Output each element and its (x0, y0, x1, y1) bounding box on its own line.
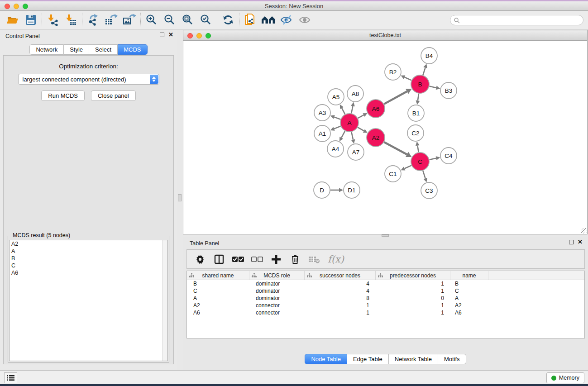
edge-A6-B[interactable] (384, 91, 407, 104)
table-row[interactable]: A6connector11A6 (187, 309, 584, 316)
edge-B-B2[interactable] (405, 77, 411, 80)
mcds-result-list[interactable]: A2ABCA6 (9, 240, 168, 361)
graph-node-B4[interactable]: B4 (421, 48, 437, 64)
edge-A-A2[interactable] (358, 127, 364, 131)
mcds-result-item[interactable]: C (10, 262, 167, 269)
first-neighbors-icon[interactable] (259, 12, 277, 28)
delete-table-icon[interactable] (306, 252, 323, 267)
tab-style[interactable]: Style (64, 44, 89, 55)
open-session-icon[interactable] (4, 12, 22, 28)
hide-details-icon[interactable] (277, 12, 296, 28)
edge-C-C1[interactable] (405, 166, 411, 169)
close-table-panel-icon[interactable]: ✕ (578, 240, 583, 244)
edge-A-A6[interactable] (358, 115, 364, 118)
close-panel-icon[interactable]: ✕ (168, 33, 173, 37)
list-scrollbar[interactable] (162, 240, 167, 361)
function-builder-icon[interactable]: f(x) (325, 252, 347, 267)
mcds-result-item[interactable]: A6 (10, 269, 167, 276)
search-box[interactable] (450, 15, 583, 25)
graph-node-B[interactable]: B (411, 75, 429, 93)
tab-mcds[interactable]: MCDS (118, 44, 147, 55)
float-table-panel-icon[interactable] (569, 240, 574, 244)
zoom-out-icon[interactable] (161, 12, 179, 28)
column-header-name[interactable]: name (450, 271, 488, 280)
edge-A2-C[interactable] (384, 142, 407, 154)
graph-node-C1[interactable]: C1 (385, 166, 401, 182)
tab-network-table[interactable]: Network Table (389, 354, 438, 364)
split-divider-handle-horizontal[interactable] (382, 234, 389, 237)
tab-edge-table[interactable]: Edge Table (347, 354, 389, 364)
tab-network[interactable]: Network (29, 44, 64, 55)
edge-A-A8[interactable] (351, 106, 353, 113)
zoom-fit-icon[interactable] (179, 12, 197, 28)
tab-node-table[interactable]: Node Table (305, 354, 347, 364)
new-network-from-file-icon[interactable] (241, 12, 259, 28)
graph-node-A6[interactable]: A6 (367, 100, 385, 118)
save-session-icon[interactable] (22, 12, 40, 28)
resize-grip-icon[interactable] (581, 228, 587, 234)
float-panel-icon[interactable] (160, 33, 164, 37)
graph-node-A3[interactable]: A3 (314, 105, 330, 121)
graph-node-A4[interactable]: A4 (327, 141, 344, 157)
edge-B-B3[interactable] (429, 86, 436, 88)
zoom-in-icon[interactable] (143, 12, 161, 28)
graph-node-B3[interactable]: B3 (440, 82, 457, 99)
graph-node-A8[interactable]: A8 (347, 86, 363, 102)
column-header-successor-nodes[interactable]: successor nodes (305, 271, 376, 280)
import-network-icon[interactable] (44, 12, 62, 28)
graph-node-A2[interactable]: A2 (367, 129, 385, 147)
zoom-selected-icon[interactable] (197, 12, 215, 28)
graph-node-D1[interactable]: D1 (344, 182, 360, 198)
delete-column-icon[interactable] (287, 252, 304, 267)
deselect-all-icon[interactable] (249, 252, 266, 267)
edge-A-A3[interactable] (334, 117, 340, 119)
graph-node-A[interactable]: A (340, 114, 359, 132)
column-settings-icon[interactable] (191, 252, 209, 267)
refresh-layout-icon[interactable] (219, 12, 237, 28)
edge-C-C2[interactable] (417, 146, 418, 152)
graph-node-A7[interactable]: A7 (348, 144, 364, 160)
memory-button[interactable]: Memory (546, 372, 584, 383)
graph-node-C2[interactable]: C2 (407, 125, 424, 141)
table-row[interactable]: A2connector11A2 (187, 302, 584, 309)
criterion-select[interactable]: largest connected component (directed) (18, 74, 159, 85)
column-header-predecessor-nodes[interactable]: predecessor nodes (376, 271, 450, 280)
edge-B-B4[interactable] (423, 68, 425, 75)
tab-select[interactable]: Select (89, 44, 118, 55)
column-header-shared-name[interactable]: shared name (187, 271, 249, 280)
graph-node-B1[interactable]: B1 (408, 105, 424, 121)
graph-node-A1[interactable]: A1 (314, 125, 330, 142)
tab-motifs[interactable]: Motifs (438, 354, 466, 364)
import-table-icon[interactable] (62, 12, 80, 28)
table-row[interactable]: Adominator80A (187, 295, 584, 302)
edge-C-C3[interactable] (423, 171, 425, 178)
mcds-result-item[interactable]: A (10, 248, 167, 255)
table-row[interactable]: Cdominator41C (187, 287, 584, 295)
edge-B-B1[interactable] (418, 94, 419, 100)
select-all-icon[interactable] (229, 252, 247, 267)
export-network-icon[interactable] (84, 12, 102, 28)
column-header-MCDS-role[interactable]: MCDS role (249, 271, 305, 280)
close-panel-button[interactable]: Close panel (91, 91, 136, 101)
graph-node-D[interactable]: D (314, 182, 330, 198)
edge-A-A1[interactable] (334, 126, 341, 129)
run-mcds-button[interactable]: Run MCDS (41, 91, 85, 101)
search-input[interactable] (460, 17, 573, 24)
graph-node-B2[interactable]: B2 (385, 64, 401, 80)
split-divider-handle[interactable] (178, 194, 182, 201)
graph-node-C[interactable]: C (411, 152, 429, 171)
add-column-icon[interactable] (268, 252, 285, 267)
graph-node-C3[interactable]: C3 (421, 182, 437, 199)
edge-A-A7[interactable] (351, 132, 353, 140)
export-table-icon[interactable] (102, 12, 120, 28)
edge-A-A5[interactable] (342, 108, 345, 114)
edge-C-C4[interactable] (430, 158, 436, 160)
task-history-button[interactable] (4, 372, 17, 383)
export-image-icon[interactable] (120, 12, 139, 28)
graph-node-A5[interactable]: A5 (328, 89, 344, 105)
mcds-result-item[interactable]: B (10, 255, 167, 262)
mcds-result-item[interactable]: A2 (10, 240, 167, 248)
table-row[interactable]: Bdominator41B (187, 280, 584, 287)
network-canvas[interactable]: B4B2BB3A5A8A6A3B1AA1C2A2A4A7C4CC1C3DD1 (183, 41, 587, 234)
edge-A-A4[interactable] (341, 131, 345, 138)
